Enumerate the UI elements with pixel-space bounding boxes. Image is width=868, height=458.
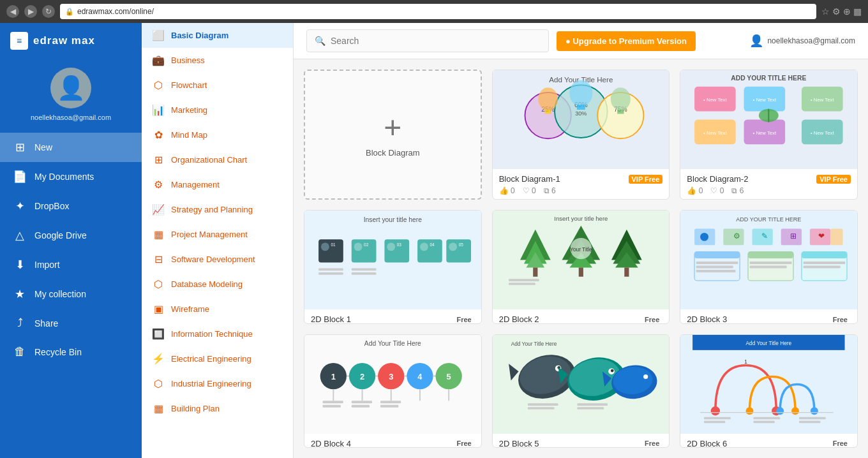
business-icon: 💼: [152, 54, 165, 66]
svg-text:Add Your Title Here: Add Your Title Here: [511, 340, 557, 346]
sidebar-item-google-drive[interactable]: △ Google Drive: [0, 221, 142, 250]
category-organizational-chart[interactable]: ⊞ Organizational Chart: [142, 147, 293, 172]
template-badge-block-diagram-2: VIP Free: [816, 175, 851, 184]
template-card-2d-block-2[interactable]: Insert your title here: [492, 210, 670, 324]
category-electrical[interactable]: ⚡ Electrical Engineering: [142, 346, 293, 371]
template-info-block-diagram-2: Block Diagram-2 VIP Free 👍 0 ♡ 0 ⧉ 6: [680, 169, 857, 199]
svg-text:01: 01: [331, 242, 336, 247]
template-card-2d-block-4[interactable]: Add Your Title Here 1 2 3 4: [304, 334, 482, 448]
category-mind-map[interactable]: ✿ Mind Map: [142, 122, 293, 147]
category-wireframe[interactable]: ▣ Wireframe: [142, 297, 293, 321]
template-info-2d-block-4: 2D Block 4 Free 👍 0 ♡ 0 ⧉ 4: [304, 434, 481, 448]
category-strategy[interactable]: 📈 Strategy and Planning: [142, 197, 293, 222]
svg-text:1: 1: [331, 371, 336, 381]
electrical-icon: ⚡: [152, 353, 165, 365]
browser-action-icons: ☆ ⚙ ⊕ ▦: [821, 6, 862, 17]
category-software-dev-label: Software Development: [171, 255, 255, 264]
svg-rect-14: [577, 105, 585, 110]
svg-rect-64: [624, 267, 629, 276]
back-button[interactable]: ◀: [6, 5, 19, 18]
sidebar-item-dropbox[interactable]: ✦ DropBox: [0, 191, 142, 221]
template-thumb-block-diagram-1: Add Your Title Here 25% 60% 30% 75%: [493, 70, 670, 169]
template-name-2d-block-5: 2D Block 5: [499, 439, 539, 448]
svg-rect-135: [528, 403, 558, 406]
svg-rect-138: [577, 407, 604, 410]
sidebar-item-import[interactable]: ⬇ Import: [0, 250, 142, 279]
category-flowchart-label: Flowchart: [171, 80, 207, 90]
svg-text:⚙: ⚙: [733, 232, 740, 240]
category-wireframe-label: Wireframe: [171, 304, 209, 314]
sidebar-item-new[interactable]: ⊞ New: [0, 133, 142, 162]
category-industrial[interactable]: ⬡ Industrial Engineering: [142, 371, 293, 396]
browser-chrome: ◀ ▶ ↻ 🔒 edrawmax.com/online/ ☆ ⚙ ⊕ ▦: [0, 0, 868, 23]
svg-point-43: [420, 242, 428, 251]
template-card-2d-block-6[interactable]: Add Your Title Here 1: [680, 334, 858, 448]
recycle-bin-icon: 🗑: [13, 345, 27, 358]
svg-point-34: [321, 242, 329, 251]
user-email-topbar: noellekhasoa@gmail.com: [767, 36, 855, 45]
category-building-plan[interactable]: ▦ Building Plan: [142, 396, 293, 421]
svg-text:❤: ❤: [818, 232, 825, 240]
svg-rect-68: [509, 283, 535, 285]
category-marketing[interactable]: 📊 Marketing: [142, 98, 293, 122]
svg-rect-137: [577, 403, 608, 406]
sidebar-user-email: noellekhasoa@gmail.com: [31, 114, 111, 121]
sidebar-item-share[interactable]: ⤴ Share: [0, 309, 142, 337]
sidebar-item-recycle-bin[interactable]: 🗑 Recycle Bin: [0, 337, 142, 366]
category-strategy-label: Strategy and Planning: [171, 205, 253, 214]
template-thumb-2d-block-3: ADD YOUR TITLE HERE ⚙ ✎ ⊞ ❤: [680, 211, 857, 309]
template-badge-2d-block-6: Free: [830, 439, 851, 448]
svg-text:Add Your Title Here: Add Your Title Here: [746, 339, 792, 346]
template-thumb-2d-block-2: Insert your title here: [493, 211, 670, 309]
svg-point-15: [610, 87, 630, 110]
refresh-button[interactable]: ↻: [42, 5, 55, 18]
google-drive-icon: △: [13, 228, 27, 242]
template-thumb-2d-block-5: Add Your Title Here: [493, 335, 670, 434]
search-input[interactable]: [331, 36, 541, 46]
logo-icon: ≡: [10, 32, 28, 50]
template-card-2d-block-5[interactable]: Add Your Title Here: [492, 334, 670, 448]
my-collection-icon: ★: [13, 287, 27, 301]
category-basic-diagram[interactable]: ⬜ Basic Diagram: [142, 23, 293, 48]
svg-rect-93: [804, 266, 841, 269]
template-badge-block-diagram-1: VIP Free: [629, 175, 663, 184]
svg-rect-12: [544, 110, 551, 114]
upgrade-button[interactable]: ● Upgrade to Premium Version: [557, 31, 696, 51]
template-info-2d-block-3: 2D Block 3 Free 👍 0 ♡ 0 ⧉ 1: [680, 309, 857, 324]
sidebar-item-new-label: New: [34, 142, 52, 152]
search-box[interactable]: 🔍: [306, 29, 549, 52]
template-card-block-diagram-2[interactable]: ADD YOUR TITLE HERE • New Text • New Tex…: [680, 70, 858, 200]
template-card-2d-block-1[interactable]: Insert your title here 01 02 03 04: [304, 210, 482, 324]
category-business[interactable]: 💼 Business: [142, 48, 293, 73]
copies-block-diagram-1: ⧉ 6: [544, 186, 556, 195]
category-software-dev[interactable]: ⊟ Software Development: [142, 247, 293, 272]
category-flowchart[interactable]: ⬡ Flowchart: [142, 73, 293, 98]
category-info-technique[interactable]: 🔲 Information Technique: [142, 321, 293, 346]
sidebar-item-my-documents[interactable]: 📄 My Documents: [0, 162, 142, 191]
sidebar-item-my-collection[interactable]: ★ My collection: [0, 279, 142, 309]
svg-text:Insert your title here: Insert your title here: [554, 215, 608, 222]
svg-rect-84: [696, 266, 733, 269]
svg-rect-50: [352, 268, 377, 270]
sidebar-item-recycle-bin-label: Recycle Bin: [34, 347, 82, 357]
svg-rect-154: [799, 420, 820, 423]
svg-point-11: [538, 87, 558, 110]
category-management[interactable]: ⚙ Management: [142, 172, 293, 197]
new-template-card[interactable]: + Block Diagram: [304, 70, 482, 200]
sidebar-logo[interactable]: ≡ edraw max: [0, 23, 142, 59]
template-card-block-diagram-1[interactable]: Add Your Title Here 25% 60% 30% 75%: [492, 70, 670, 200]
forward-button[interactable]: ▶: [24, 5, 37, 18]
category-panel: ⬜ Basic Diagram 💼 Business ⬡ Flowchart 📊…: [142, 23, 294, 458]
svg-rect-60: [578, 267, 583, 276]
svg-text:1: 1: [745, 358, 748, 365]
category-database[interactable]: ⬡ Database Modeling: [142, 272, 293, 297]
template-stats-block-diagram-1: 👍 0 ♡ 0 ⧉ 6: [499, 186, 663, 195]
svg-rect-153: [799, 417, 826, 419]
svg-text:3: 3: [389, 371, 393, 381]
category-project-management[interactable]: ▦ Project Management: [142, 222, 293, 247]
address-bar[interactable]: 🔒 edrawmax.com/online/: [60, 4, 816, 19]
template-card-2d-block-3[interactable]: ADD YOUR TITLE HERE ⚙ ✎ ⊞ ❤: [680, 210, 858, 324]
template-name-2d-block-2: 2D Block 2: [499, 314, 539, 324]
new-icon: ⊞: [13, 140, 27, 154]
svg-text:02: 02: [364, 242, 369, 247]
